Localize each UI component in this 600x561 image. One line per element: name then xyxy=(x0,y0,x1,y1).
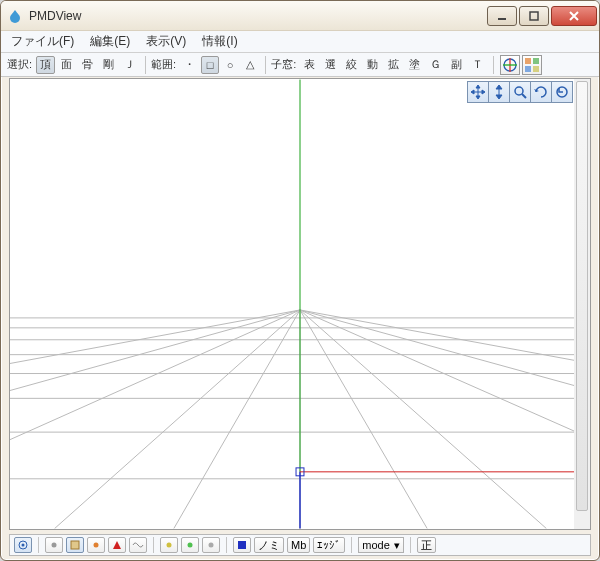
sb-edge-button[interactable]: ｴｯｼﾞ xyxy=(313,537,345,553)
svg-point-36 xyxy=(94,543,99,548)
chevron-down-icon: ▾ xyxy=(394,539,400,552)
scrollbar-thumb[interactable] xyxy=(576,81,588,511)
sb-point-gray-icon[interactable] xyxy=(45,537,63,553)
cw-show-button[interactable]: 表 xyxy=(300,56,319,74)
sb-dot-gray2-icon[interactable] xyxy=(202,537,220,553)
sb-dot-yellow-icon[interactable] xyxy=(160,537,178,553)
cw-select-button[interactable]: 選 xyxy=(321,56,340,74)
cw-move-button[interactable]: 動 xyxy=(363,56,382,74)
svg-line-20 xyxy=(10,310,300,528)
app-icon xyxy=(7,8,23,24)
svg-rect-9 xyxy=(533,66,539,72)
childwin-label: 子窓: xyxy=(271,57,296,72)
menu-view[interactable]: 表示(V) xyxy=(146,33,186,50)
toolbar: 選択: 頂 面 骨 剛 Ｊ 範囲: ・ □ ○ △ 子窓: 表 選 絞 動 拡 … xyxy=(1,53,599,77)
grid-canvas xyxy=(10,79,590,529)
range-tri-button[interactable]: △ xyxy=(241,56,259,74)
sb-target-icon[interactable] xyxy=(14,537,32,553)
range-rect-button[interactable]: □ xyxy=(201,56,219,74)
menu-edit[interactable]: 編集(E) xyxy=(90,33,130,50)
minimize-button[interactable] xyxy=(487,6,517,26)
close-button[interactable] xyxy=(551,6,597,26)
window-title: PMDView xyxy=(29,9,485,23)
svg-rect-6 xyxy=(525,58,531,64)
axis-indicator-icon[interactable] xyxy=(500,55,520,75)
select-rigid-button[interactable]: 剛 xyxy=(99,56,118,74)
pan-z-button[interactable] xyxy=(488,81,510,103)
select-label: 選択: xyxy=(7,57,32,72)
svg-rect-35 xyxy=(71,541,79,549)
reset-button[interactable] xyxy=(551,81,573,103)
svg-line-23 xyxy=(174,310,300,528)
select-bone-button[interactable]: 骨 xyxy=(78,56,97,74)
svg-point-29 xyxy=(515,87,523,95)
svg-line-30 xyxy=(522,94,526,98)
sb-point-orange-icon[interactable] xyxy=(87,537,105,553)
sb-tri-red-icon[interactable] xyxy=(108,537,126,553)
viewport-container xyxy=(9,78,591,530)
3d-viewport[interactable] xyxy=(9,78,591,530)
viewport-float-toolbar xyxy=(468,81,573,103)
sb-nomi-button[interactable]: ノミ xyxy=(254,537,284,553)
range-dot-button[interactable]: ・ xyxy=(180,56,199,74)
svg-point-38 xyxy=(188,543,193,548)
svg-rect-2 xyxy=(530,12,538,20)
svg-point-39 xyxy=(209,543,214,548)
svg-line-19 xyxy=(55,310,300,528)
svg-line-22 xyxy=(10,310,300,528)
sb-box-icon[interactable] xyxy=(66,537,84,553)
menu-info[interactable]: 情報(I) xyxy=(202,33,237,50)
cw-paint-button[interactable]: 塗 xyxy=(405,56,424,74)
sb-square-blue-icon[interactable] xyxy=(233,537,251,553)
sb-mb-button[interactable]: Mb xyxy=(287,537,310,553)
cw-t-button[interactable]: Ｔ xyxy=(468,56,487,74)
select-j-button[interactable]: Ｊ xyxy=(120,56,139,74)
quad-view-icon[interactable] xyxy=(522,55,542,75)
svg-point-0 xyxy=(10,13,20,23)
cw-scale-button[interactable]: 拡 xyxy=(384,56,403,74)
vertical-scrollbar[interactable] xyxy=(574,79,590,529)
pan-xy-button[interactable] xyxy=(467,81,489,103)
cw-sub-button[interactable]: 副 xyxy=(447,56,466,74)
svg-rect-1 xyxy=(498,18,506,20)
sb-wave-icon[interactable] xyxy=(129,537,147,553)
menu-file[interactable]: ファイル(F) xyxy=(11,33,74,50)
statusbar: ノミ Mb ｴｯｼﾞ mode ▾ 正 xyxy=(9,534,591,556)
range-label: 範囲: xyxy=(151,57,176,72)
svg-line-21 xyxy=(10,310,300,528)
maximize-button[interactable] xyxy=(519,6,549,26)
mode-label: mode xyxy=(362,539,390,551)
svg-rect-7 xyxy=(533,58,539,64)
svg-line-25 xyxy=(300,310,590,528)
select-vertex-button[interactable]: 頂 xyxy=(36,56,55,74)
svg-point-33 xyxy=(22,544,25,547)
cw-g-button[interactable]: Ｇ xyxy=(426,56,445,74)
sb-front-button[interactable]: 正 xyxy=(417,537,436,553)
svg-line-28 xyxy=(300,310,427,528)
cw-narrow-button[interactable]: 絞 xyxy=(342,56,361,74)
zoom-button[interactable] xyxy=(509,81,531,103)
svg-point-34 xyxy=(52,543,57,548)
select-face-button[interactable]: 面 xyxy=(57,56,76,74)
window-frame: PMDView ファイル(F) 編集(E) 表示(V) 情報(I) 選択: 頂 … xyxy=(0,0,600,561)
orbit-button[interactable] xyxy=(530,81,552,103)
svg-rect-40 xyxy=(238,541,246,549)
svg-point-37 xyxy=(167,543,172,548)
sb-dot-green-icon[interactable] xyxy=(181,537,199,553)
range-circle-button[interactable]: ○ xyxy=(221,56,239,74)
svg-line-24 xyxy=(300,310,546,528)
svg-rect-8 xyxy=(525,66,531,72)
titlebar[interactable]: PMDView xyxy=(1,1,599,31)
mode-dropdown[interactable]: mode ▾ xyxy=(358,537,404,553)
menubar: ファイル(F) 編集(E) 表示(V) 情報(I) xyxy=(1,31,599,53)
